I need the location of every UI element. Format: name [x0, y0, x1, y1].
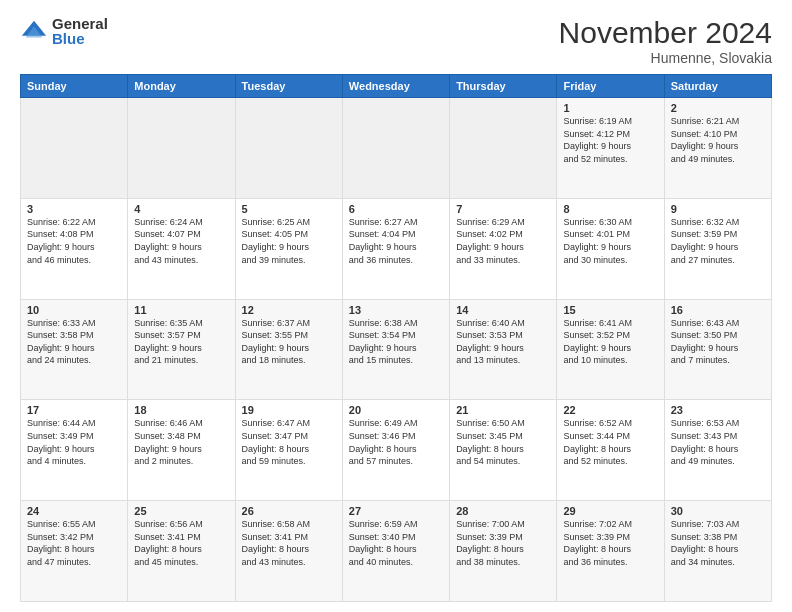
- calendar-week-2: 3Sunrise: 6:22 AM Sunset: 4:08 PM Daylig…: [21, 198, 772, 299]
- calendar-table: Sunday Monday Tuesday Wednesday Thursday…: [20, 74, 772, 602]
- day-info: Sunrise: 6:22 AM Sunset: 4:08 PM Dayligh…: [27, 216, 121, 266]
- calendar-week-4: 17Sunrise: 6:44 AM Sunset: 3:49 PM Dayli…: [21, 400, 772, 501]
- header-row: Sunday Monday Tuesday Wednesday Thursday…: [21, 75, 772, 98]
- col-friday: Friday: [557, 75, 664, 98]
- day-number: 23: [671, 404, 765, 416]
- day-info: Sunrise: 6:25 AM Sunset: 4:05 PM Dayligh…: [242, 216, 336, 266]
- day-info: Sunrise: 6:37 AM Sunset: 3:55 PM Dayligh…: [242, 317, 336, 367]
- day-info: Sunrise: 6:50 AM Sunset: 3:45 PM Dayligh…: [456, 417, 550, 467]
- day-info: Sunrise: 7:03 AM Sunset: 3:38 PM Dayligh…: [671, 518, 765, 568]
- day-number: 1: [563, 102, 657, 114]
- day-info: Sunrise: 6:19 AM Sunset: 4:12 PM Dayligh…: [563, 115, 657, 165]
- day-info: Sunrise: 6:30 AM Sunset: 4:01 PM Dayligh…: [563, 216, 657, 266]
- day-number: 6: [349, 203, 443, 215]
- calendar-cell: [235, 98, 342, 199]
- day-number: 8: [563, 203, 657, 215]
- calendar-cell: 27Sunrise: 6:59 AM Sunset: 3:40 PM Dayli…: [342, 501, 449, 602]
- calendar-cell: 13Sunrise: 6:38 AM Sunset: 3:54 PM Dayli…: [342, 299, 449, 400]
- day-number: 16: [671, 304, 765, 316]
- calendar-cell: 11Sunrise: 6:35 AM Sunset: 3:57 PM Dayli…: [128, 299, 235, 400]
- day-info: Sunrise: 6:40 AM Sunset: 3:53 PM Dayligh…: [456, 317, 550, 367]
- day-number: 10: [27, 304, 121, 316]
- day-number: 14: [456, 304, 550, 316]
- col-wednesday: Wednesday: [342, 75, 449, 98]
- day-number: 17: [27, 404, 121, 416]
- calendar-cell: 7Sunrise: 6:29 AM Sunset: 4:02 PM Daylig…: [450, 198, 557, 299]
- logo-text: General Blue: [52, 16, 108, 46]
- col-sunday: Sunday: [21, 75, 128, 98]
- logo-icon: [20, 17, 48, 45]
- day-number: 3: [27, 203, 121, 215]
- day-number: 28: [456, 505, 550, 517]
- calendar-cell: 25Sunrise: 6:56 AM Sunset: 3:41 PM Dayli…: [128, 501, 235, 602]
- page: General Blue November 2024 Humenne, Slov…: [0, 0, 792, 612]
- calendar-cell: 5Sunrise: 6:25 AM Sunset: 4:05 PM Daylig…: [235, 198, 342, 299]
- day-number: 30: [671, 505, 765, 517]
- col-monday: Monday: [128, 75, 235, 98]
- day-number: 18: [134, 404, 228, 416]
- calendar-cell: 19Sunrise: 6:47 AM Sunset: 3:47 PM Dayli…: [235, 400, 342, 501]
- month-title: November 2024: [559, 16, 772, 50]
- day-info: Sunrise: 7:00 AM Sunset: 3:39 PM Dayligh…: [456, 518, 550, 568]
- col-tuesday: Tuesday: [235, 75, 342, 98]
- day-number: 9: [671, 203, 765, 215]
- day-info: Sunrise: 6:24 AM Sunset: 4:07 PM Dayligh…: [134, 216, 228, 266]
- logo-blue: Blue: [52, 31, 108, 46]
- day-info: Sunrise: 6:49 AM Sunset: 3:46 PM Dayligh…: [349, 417, 443, 467]
- day-number: 24: [27, 505, 121, 517]
- calendar-cell: 22Sunrise: 6:52 AM Sunset: 3:44 PM Dayli…: [557, 400, 664, 501]
- day-info: Sunrise: 6:35 AM Sunset: 3:57 PM Dayligh…: [134, 317, 228, 367]
- day-number: 7: [456, 203, 550, 215]
- day-number: 26: [242, 505, 336, 517]
- day-info: Sunrise: 6:47 AM Sunset: 3:47 PM Dayligh…: [242, 417, 336, 467]
- day-number: 15: [563, 304, 657, 316]
- calendar-cell: [450, 98, 557, 199]
- calendar-cell: 28Sunrise: 7:00 AM Sunset: 3:39 PM Dayli…: [450, 501, 557, 602]
- day-info: Sunrise: 6:32 AM Sunset: 3:59 PM Dayligh…: [671, 216, 765, 266]
- day-info: Sunrise: 7:02 AM Sunset: 3:39 PM Dayligh…: [563, 518, 657, 568]
- day-info: Sunrise: 6:38 AM Sunset: 3:54 PM Dayligh…: [349, 317, 443, 367]
- day-number: 12: [242, 304, 336, 316]
- calendar-cell: 21Sunrise: 6:50 AM Sunset: 3:45 PM Dayli…: [450, 400, 557, 501]
- calendar-cell: 26Sunrise: 6:58 AM Sunset: 3:41 PM Dayli…: [235, 501, 342, 602]
- header: General Blue November 2024 Humenne, Slov…: [20, 16, 772, 66]
- day-info: Sunrise: 6:44 AM Sunset: 3:49 PM Dayligh…: [27, 417, 121, 467]
- day-info: Sunrise: 6:33 AM Sunset: 3:58 PM Dayligh…: [27, 317, 121, 367]
- calendar-cell: 23Sunrise: 6:53 AM Sunset: 3:43 PM Dayli…: [664, 400, 771, 501]
- day-number: 4: [134, 203, 228, 215]
- location: Humenne, Slovakia: [559, 50, 772, 66]
- calendar-cell: [128, 98, 235, 199]
- day-info: Sunrise: 6:43 AM Sunset: 3:50 PM Dayligh…: [671, 317, 765, 367]
- calendar-cell: 29Sunrise: 7:02 AM Sunset: 3:39 PM Dayli…: [557, 501, 664, 602]
- logo-general: General: [52, 16, 108, 31]
- day-number: 19: [242, 404, 336, 416]
- day-info: Sunrise: 6:41 AM Sunset: 3:52 PM Dayligh…: [563, 317, 657, 367]
- calendar-cell: 20Sunrise: 6:49 AM Sunset: 3:46 PM Dayli…: [342, 400, 449, 501]
- calendar-cell: 8Sunrise: 6:30 AM Sunset: 4:01 PM Daylig…: [557, 198, 664, 299]
- calendar-cell: 2Sunrise: 6:21 AM Sunset: 4:10 PM Daylig…: [664, 98, 771, 199]
- day-number: 20: [349, 404, 443, 416]
- calendar-cell: 10Sunrise: 6:33 AM Sunset: 3:58 PM Dayli…: [21, 299, 128, 400]
- day-info: Sunrise: 6:27 AM Sunset: 4:04 PM Dayligh…: [349, 216, 443, 266]
- calendar-week-3: 10Sunrise: 6:33 AM Sunset: 3:58 PM Dayli…: [21, 299, 772, 400]
- title-block: November 2024 Humenne, Slovakia: [559, 16, 772, 66]
- day-info: Sunrise: 6:29 AM Sunset: 4:02 PM Dayligh…: [456, 216, 550, 266]
- calendar-cell: 3Sunrise: 6:22 AM Sunset: 4:08 PM Daylig…: [21, 198, 128, 299]
- day-number: 27: [349, 505, 443, 517]
- day-number: 29: [563, 505, 657, 517]
- day-info: Sunrise: 6:58 AM Sunset: 3:41 PM Dayligh…: [242, 518, 336, 568]
- calendar: Sunday Monday Tuesday Wednesday Thursday…: [20, 74, 772, 602]
- calendar-cell: 4Sunrise: 6:24 AM Sunset: 4:07 PM Daylig…: [128, 198, 235, 299]
- calendar-week-1: 1Sunrise: 6:19 AM Sunset: 4:12 PM Daylig…: [21, 98, 772, 199]
- calendar-cell: 16Sunrise: 6:43 AM Sunset: 3:50 PM Dayli…: [664, 299, 771, 400]
- calendar-cell: [21, 98, 128, 199]
- day-info: Sunrise: 6:52 AM Sunset: 3:44 PM Dayligh…: [563, 417, 657, 467]
- calendar-cell: 6Sunrise: 6:27 AM Sunset: 4:04 PM Daylig…: [342, 198, 449, 299]
- day-number: 25: [134, 505, 228, 517]
- calendar-cell: 17Sunrise: 6:44 AM Sunset: 3:49 PM Dayli…: [21, 400, 128, 501]
- day-number: 11: [134, 304, 228, 316]
- day-number: 22: [563, 404, 657, 416]
- day-number: 5: [242, 203, 336, 215]
- col-saturday: Saturday: [664, 75, 771, 98]
- calendar-week-5: 24Sunrise: 6:55 AM Sunset: 3:42 PM Dayli…: [21, 501, 772, 602]
